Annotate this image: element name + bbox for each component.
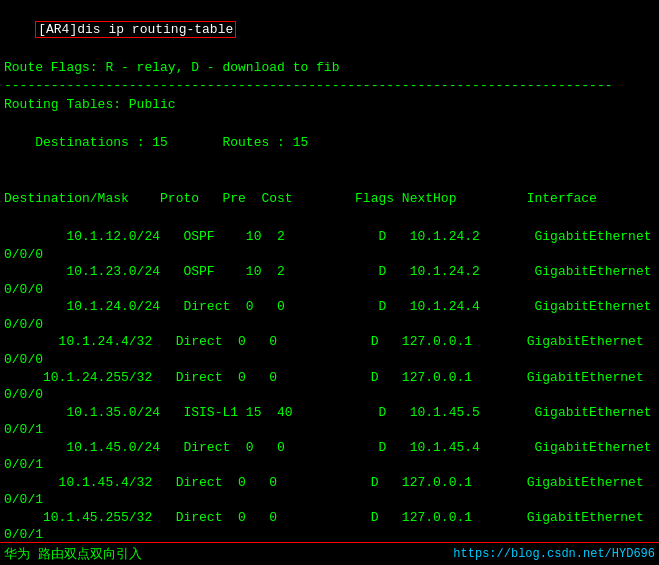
dest-routes-count: Destinations : 15 Routes : 15 — [4, 115, 655, 172]
route-flags: Route Flags: R - relay, D - download to … — [4, 59, 655, 78]
empty-line — [4, 172, 655, 191]
table-row: 10.1.45.4/32 Direct 0 0 D 127.0.0.1 Giga… — [4, 474, 655, 492]
table-row: 10.1.23.0/24 OSPF 10 2 D 10.1.24.2 Gigab… — [4, 263, 655, 281]
table-row-iface: 0/0/0 — [4, 386, 655, 404]
empty-line2 — [4, 209, 655, 228]
table-row-iface: 0/0/1 — [4, 456, 655, 474]
table-row: 10.1.24.4/32 Direct 0 0 D 127.0.0.1 Giga… — [4, 333, 655, 351]
bottom-left-text: 华为 路由双点双向引入 — [4, 545, 142, 563]
table-row-iface: 0/0/0 — [4, 281, 655, 299]
routing-table-header: Routing Tables: Public — [4, 96, 655, 115]
bottom-bar: 华为 路由双点双向引入 https://blog.csdn.net/HYD696 — [0, 542, 659, 565]
bottom-right-link: https://blog.csdn.net/HYD696 — [453, 547, 655, 561]
column-header: Destination/Mask Proto Pre Cost Flags Ne… — [4, 190, 655, 209]
table-row: 10.1.45.255/32 Direct 0 0 D 127.0.0.1 Gi… — [4, 509, 655, 527]
table-row-iface: 0/0/0 — [4, 351, 655, 369]
table-row: 10.1.12.0/24 OSPF 10 2 D 10.1.24.2 Gigab… — [4, 228, 655, 246]
separator: ----------------------------------------… — [4, 77, 655, 96]
table-row-iface: 0/0/0 — [4, 246, 655, 264]
table-row: 10.1.24.255/32 Direct 0 0 D 127.0.0.1 Gi… — [4, 369, 655, 387]
table-row: 10.1.45.0/24 Direct 0 0 D 10.1.45.4 Giga… — [4, 439, 655, 457]
table-row: 10.1.24.0/24 Direct 0 0 D 10.1.24.4 Giga… — [4, 298, 655, 316]
terminal-window: [AR4]dis ip routing-table Route Flags: R… — [0, 0, 659, 565]
table-row-iface: 0/0/1 — [4, 421, 655, 439]
command-line: [AR4]dis ip routing-table — [4, 2, 655, 59]
table-row-iface: 0/0/1 — [4, 491, 655, 509]
table-row: 10.1.35.0/24 ISIS-L1 15 40 D 10.1.45.5 G… — [4, 404, 655, 422]
table-row-iface: 0/0/0 — [4, 316, 655, 334]
